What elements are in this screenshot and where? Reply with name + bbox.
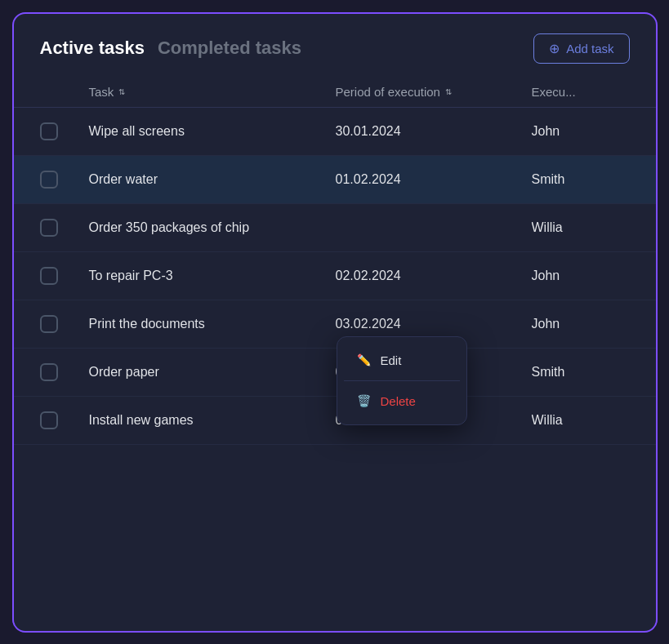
task-name-3: Order 350 packages of chip [89,220,336,235]
task-name-5: Print the documents [89,317,336,331]
sort-period-icon[interactable]: ⇅ [445,87,452,96]
task-checkbox-1[interactable] [40,122,58,140]
task-checkbox-4[interactable] [40,267,58,285]
task-name-7: Install new games [89,413,336,428]
plus-circle-icon: ⊕ [549,41,560,56]
table-row: Wipe all screens 30.01.2024 John [14,108,656,156]
task-date-4: 02.02.2024 [336,269,532,283]
task-executor-1: John [532,124,630,139]
task-date-1: 30.01.2024 [336,124,532,139]
context-menu-edit[interactable]: ✏️ Edit [344,344,460,377]
table-header: Task ⇅ Period of execution ⇅ Execu... [14,77,656,108]
tabs: Active tasks Completed tasks [40,34,301,62]
tab-active-tasks[interactable]: Active tasks [40,34,145,62]
table-row: Order water 01.02.2024 Smith [14,156,656,204]
edit-label: Edit [381,353,402,367]
sort-task-icon[interactable]: ⇅ [118,87,125,96]
task-executor-2: Smith [532,172,630,187]
task-checkbox-7[interactable] [40,411,58,429]
task-name-4: To repair PC-3 [89,269,336,283]
table-row: To repair PC-3 02.02.2024 John [14,252,656,300]
task-executor-5: John [532,317,630,331]
task-date-2: 01.02.2024 [336,172,532,187]
task-checkbox-3[interactable] [40,219,58,237]
tab-completed-tasks[interactable]: Completed tasks [158,34,301,62]
table-row: Print the documents 03.02.2024 John [14,300,656,349]
task-checkbox-6[interactable] [40,363,58,381]
task-executor-4: John [532,269,630,283]
col-header-executor: Execu... [532,85,630,99]
menu-divider [344,380,460,381]
table-body: Wipe all screens 30.01.2024 John Order w… [14,108,656,631]
table-row: Order paper 04.02.2024 Smith [14,349,656,397]
task-executor-7: Willia [532,413,630,428]
app-container: Active tasks Completed tasks ⊕ Add task … [12,12,658,633]
add-task-button[interactable]: ⊕ Add task [533,33,629,64]
task-checkbox-2[interactable] [40,171,58,189]
task-date-5: 03.02.2024 [336,317,532,331]
col-header-task[interactable]: Task ⇅ [89,85,336,99]
task-executor-6: Smith [532,365,630,380]
table-row: Order 350 packages of chip Willia [14,204,656,252]
context-menu: ✏️ Edit 🗑️ Delete [337,336,467,425]
task-executor-3: Willia [532,220,630,235]
task-name-2: Order water [89,172,336,187]
task-checkbox-5[interactable] [40,315,58,333]
context-menu-delete[interactable]: 🗑️ Delete [344,384,460,418]
table-row: Install new games 05.02.2024 Willia [14,397,656,445]
col-header-checkbox [40,85,89,99]
add-task-label: Add task [566,42,613,56]
pencil-icon: ✏️ [357,353,371,366]
delete-label: Delete [381,394,416,408]
header: Active tasks Completed tasks ⊕ Add task [14,14,656,77]
col-header-period[interactable]: Period of execution ⇅ [336,85,532,99]
trash-icon: 🗑️ [357,394,371,407]
task-name-6: Order paper [89,365,336,380]
task-name-1: Wipe all screens [89,124,336,139]
